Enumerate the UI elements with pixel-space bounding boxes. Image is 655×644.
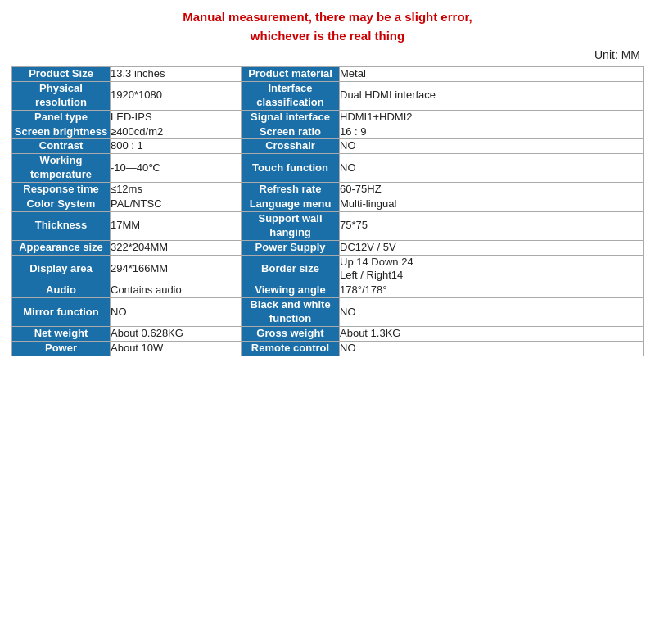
right-label: Power Supply — [242, 240, 340, 255]
right-value: Multi-lingual — [340, 197, 644, 212]
right-value: Up 14 Down 24Left / Right14 — [340, 255, 644, 283]
left-label: Appearance size — [12, 240, 111, 255]
right-value: NO — [340, 298, 644, 327]
right-label: Signal interface — [242, 110, 340, 125]
left-label: Working temperature — [12, 154, 111, 183]
left-value: 322*204MM — [111, 240, 242, 255]
right-label: Screen ratio — [242, 125, 340, 139]
table-row: Physical resolution1920*1080Interface cl… — [12, 81, 644, 110]
right-label: Interface classification — [242, 81, 340, 110]
right-label: Touch function — [242, 154, 340, 183]
header-note: Manual measurement, there may be a sligh… — [11, 8, 644, 45]
right-label: Language menu — [242, 197, 340, 212]
left-label: Thickness — [12, 211, 111, 240]
unit-label: Unit: MM — [11, 48, 644, 61]
left-value: 800 : 1 — [111, 139, 242, 154]
table-row: Mirror functionNOBlack and white functio… — [12, 298, 644, 327]
table-row: Screen brightness≥400cd/m2Screen ratio16… — [12, 125, 644, 139]
right-value: 75*75 — [340, 211, 644, 240]
right-label: Product material — [242, 67, 340, 82]
left-value: ≤12ms — [111, 183, 242, 197]
left-value: About 10W — [111, 341, 242, 356]
table-row: Net weightAbout 0.628KGGross weightAbout… — [12, 327, 644, 342]
right-value: About 1.3KG — [340, 327, 644, 342]
right-value: HDMI1+HDMI2 — [340, 110, 644, 125]
right-label: Border size — [242, 255, 340, 283]
table-row: AudioContains audioViewing angle178°/178… — [12, 283, 644, 298]
right-value: NO — [340, 341, 644, 356]
left-value: 1920*1080 — [111, 81, 242, 110]
right-label: Black and white function — [242, 298, 340, 327]
left-label: Net weight — [12, 327, 111, 342]
left-label: Power — [12, 341, 111, 356]
table-row: Contrast800 : 1CrosshairNO — [12, 139, 644, 154]
right-label: Remote control — [242, 341, 340, 356]
right-value: Metal — [340, 67, 644, 82]
left-label: Response time — [12, 183, 111, 197]
right-value: NO — [340, 139, 644, 154]
left-label: Display area — [12, 255, 111, 283]
table-row: Color SystemPAL/NTSCLanguage menuMulti-l… — [12, 197, 644, 212]
table-row: Panel typeLED-IPSSignal interfaceHDMI1+H… — [12, 110, 644, 125]
left-label: Panel type — [12, 110, 111, 125]
right-label: Crosshair — [242, 139, 340, 154]
right-value: DC12V / 5V — [340, 240, 644, 255]
right-value: 16 : 9 — [340, 125, 644, 139]
right-label: Support wall hanging — [242, 211, 340, 240]
left-label: Mirror function — [12, 298, 111, 327]
table-row: Display area294*166MMBorder sizeUp 14 Do… — [12, 255, 644, 283]
table-row: Response time≤12msRefresh rate60-75HZ — [12, 183, 644, 197]
table-row: PowerAbout 10WRemote controlNO — [12, 341, 644, 356]
note-line1: Manual measurement, there may be a sligh… — [183, 10, 472, 24]
left-label: Product Size — [12, 67, 111, 82]
right-value: Dual HDMI interface — [340, 81, 644, 110]
left-label: Screen brightness — [12, 125, 111, 139]
right-label: Refresh rate — [242, 183, 340, 197]
table-row: Thickness17MMSupport wall hanging75*75 — [12, 211, 644, 240]
table-row: Appearance size322*204MMPower SupplyDC12… — [12, 240, 644, 255]
table-row: Working temperature-10—40℃Touch function… — [12, 154, 644, 183]
right-value: 60-75HZ — [340, 183, 644, 197]
spec-table: Product Size13.3 inchesProduct materialM… — [11, 66, 644, 356]
left-label: Audio — [12, 283, 111, 298]
left-label: Contrast — [12, 139, 111, 154]
right-value: NO — [340, 154, 644, 183]
table-row: Product Size13.3 inchesProduct materialM… — [12, 67, 644, 82]
left-value: About 0.628KG — [111, 327, 242, 342]
left-value: ≥400cd/m2 — [111, 125, 242, 139]
left-value: 17MM — [111, 211, 242, 240]
note-line2: whichever is the real thing — [251, 29, 404, 43]
right-label: Viewing angle — [242, 283, 340, 298]
left-value: LED-IPS — [111, 110, 242, 125]
left-value: Contains audio — [111, 283, 242, 298]
left-value: PAL/NTSC — [111, 197, 242, 212]
left-label: Color System — [12, 197, 111, 212]
left-value: -10—40℃ — [111, 154, 242, 183]
left-value: 13.3 inches — [111, 67, 242, 82]
right-value: 178°/178° — [340, 283, 644, 298]
left-value: 294*166MM — [111, 255, 242, 283]
right-label: Gross weight — [242, 327, 340, 342]
left-value: NO — [111, 298, 242, 327]
left-label: Physical resolution — [12, 81, 111, 110]
